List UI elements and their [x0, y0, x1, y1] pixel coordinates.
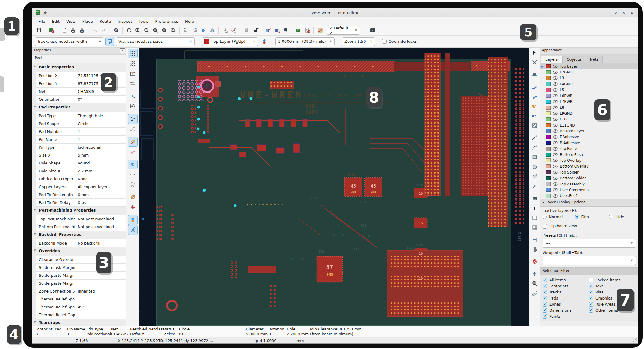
save-button[interactable]	[35, 26, 43, 34]
add-textbox-button[interactable]	[530, 213, 539, 222]
layer-row-l8[interactable]: L8	[540, 105, 638, 110]
tab-nets[interactable]: Nets	[586, 56, 603, 63]
layer-row-l10[interactable]: L10	[540, 117, 638, 122]
layer-color-swatch[interactable]	[546, 129, 551, 133]
layer-color-swatch[interactable]	[546, 141, 551, 145]
close-icon[interactable]: ×	[630, 10, 634, 15]
radio-normal[interactable]: Normal	[543, 215, 575, 219]
property-value[interactable]: No backdrill	[75, 239, 126, 247]
run-drc-button[interactable]	[303, 26, 311, 34]
layer-color-swatch[interactable]	[546, 111, 551, 115]
unlock-button[interactable]	[251, 26, 259, 34]
menu-inspect[interactable]: Inspect	[115, 18, 135, 25]
layer-row-l3[interactable]: L3	[540, 75, 638, 81]
menu-preferences[interactable]: Preferences	[152, 18, 181, 25]
radio-dim[interactable]: Dim	[575, 215, 609, 219]
presets-dropdown[interactable]: ---∨	[543, 239, 636, 248]
scripting-console-button[interactable]: >_	[368, 26, 377, 34]
property-value[interactable]: None	[75, 175, 126, 183]
menu-view[interactable]: View	[63, 18, 78, 25]
rotate-cw-button[interactable]	[190, 26, 199, 34]
grid-dropdown[interactable]: 1.0000 mm (39.37 mils)∨	[275, 37, 335, 46]
cursor-shape-button[interactable]	[128, 92, 137, 101]
resize-grip[interactable]	[632, 338, 637, 342]
filter-text[interactable]: ✓Text	[589, 284, 636, 288]
layers-manager-button[interactable]	[128, 215, 137, 225]
menu-file[interactable]: File	[36, 18, 48, 25]
page-settings-button[interactable]	[60, 26, 68, 34]
layer-color-swatch[interactable]	[546, 94, 551, 98]
layer-color-swatch[interactable]	[546, 170, 551, 174]
checkbox[interactable]: ✓	[543, 278, 547, 282]
filter-dimensions[interactable]: ✓Dimensions	[543, 308, 589, 313]
menu-tools[interactable]: Tools	[136, 18, 151, 25]
zoom-fit-button[interactable]	[151, 26, 159, 34]
property-value[interactable]: Not post-machined	[75, 223, 126, 231]
flip-button[interactable]	[199, 26, 207, 34]
place-footprint-button[interactable]	[282, 26, 290, 34]
eye-icon[interactable]	[553, 194, 558, 198]
layer-color-swatch[interactable]	[546, 88, 551, 92]
eye-icon[interactable]	[553, 76, 558, 80]
layer-row-top-overlay[interactable]: Top Overlay	[540, 158, 638, 163]
checkbox[interactable]: ✓	[589, 290, 593, 294]
redo-button[interactable]	[99, 26, 108, 34]
layer-color-swatch[interactable]	[546, 153, 551, 157]
pad-clearance-button[interactable]	[128, 160, 137, 169]
layer-color-swatch[interactable]	[546, 100, 551, 104]
properties-section-pad-properties[interactable]: Pad Properties	[32, 103, 126, 112]
checkbox[interactable]: ✓	[589, 308, 593, 313]
property-value[interactable]: Not post-machined	[75, 215, 126, 223]
find-button[interactable]: A	[112, 26, 120, 34]
layer-row-top-layer[interactable]: ▶Top Layer	[540, 63, 638, 69]
checkbox[interactable]: ✓	[589, 284, 593, 288]
layer-row-f-adhesive[interactable]: F.Adhesive	[540, 134, 638, 140]
property-value[interactable]	[75, 295, 126, 303]
via-size-dropdown[interactable]: Via: use netclass sizes∨	[116, 37, 195, 46]
eye-icon[interactable]	[553, 147, 558, 151]
property-value[interactable]: All copper layers	[75, 183, 126, 191]
eye-icon[interactable]	[553, 82, 558, 86]
toggle-grid-button[interactable]	[128, 49, 137, 58]
tab-objects[interactable]: Objects	[562, 56, 585, 63]
add-bezier-button[interactable]	[530, 182, 539, 191]
swap-footprints-button[interactable]	[264, 26, 272, 34]
properties-section-teardrops[interactable]: Teardrops	[32, 319, 126, 326]
checkbox[interactable]: ✓	[543, 308, 547, 313]
properties-section-backdrill-properties[interactable]: Backdrill Properties	[32, 231, 126, 239]
title-bar[interactable]: vme-wren — PCB Editor ∨ ∧ ×	[32, 8, 638, 18]
eye-icon[interactable]	[553, 135, 558, 139]
zoom-selection-button[interactable]	[169, 26, 177, 34]
radio-normal[interactable]	[543, 215, 547, 219]
layer-row-bottom-overlay[interactable]: Bottom Overlay	[540, 164, 638, 169]
add-circle-button[interactable]	[530, 162, 539, 171]
track-posture-button[interactable]	[106, 37, 114, 46]
layer-color-swatch[interactable]	[546, 194, 551, 198]
layer-color-swatch[interactable]	[546, 176, 551, 180]
lock-button[interactable]	[242, 26, 251, 34]
eye-icon[interactable]	[553, 65, 558, 68]
rotate-ccw-button[interactable]	[182, 26, 190, 34]
layer-color-swatch[interactable]	[546, 117, 551, 121]
search-footprints-button[interactable]	[273, 26, 281, 34]
layer-pair-button[interactable]	[260, 37, 268, 46]
add-ortho-dimension-button[interactable]	[530, 245, 539, 254]
filter-zones[interactable]: ✓Zones	[543, 302, 589, 307]
curved-ratsnest-button[interactable]	[128, 124, 137, 134]
update-pcb-button[interactable]	[294, 26, 303, 34]
add-image-button[interactable]	[530, 194, 539, 203]
layer-color-swatch[interactable]	[546, 188, 551, 192]
property-value[interactable]: 5 mm	[75, 151, 126, 159]
pcb-canvas[interactable]: VME-WRENWhite Rabbit Event Node (VME ver…	[139, 48, 529, 326]
tab-layers[interactable]: Layers	[541, 56, 562, 63]
selection-tool-button[interactable]	[530, 48, 539, 57]
layer-color-swatch[interactable]	[546, 76, 551, 80]
layer-row-bottom-solder[interactable]: Bottom Solder	[540, 175, 638, 181]
preset-dropdown[interactable]: < Default >∨	[327, 26, 360, 35]
track-display-button[interactable]	[128, 137, 137, 146]
property-value[interactable]: Round	[75, 159, 126, 167]
units-mm-button[interactable]: mm	[128, 79, 137, 88]
grid-origin-button[interactable]	[530, 269, 539, 278]
property-value[interactable]: Circle	[75, 120, 126, 127]
add-table-button[interactable]	[530, 223, 539, 232]
